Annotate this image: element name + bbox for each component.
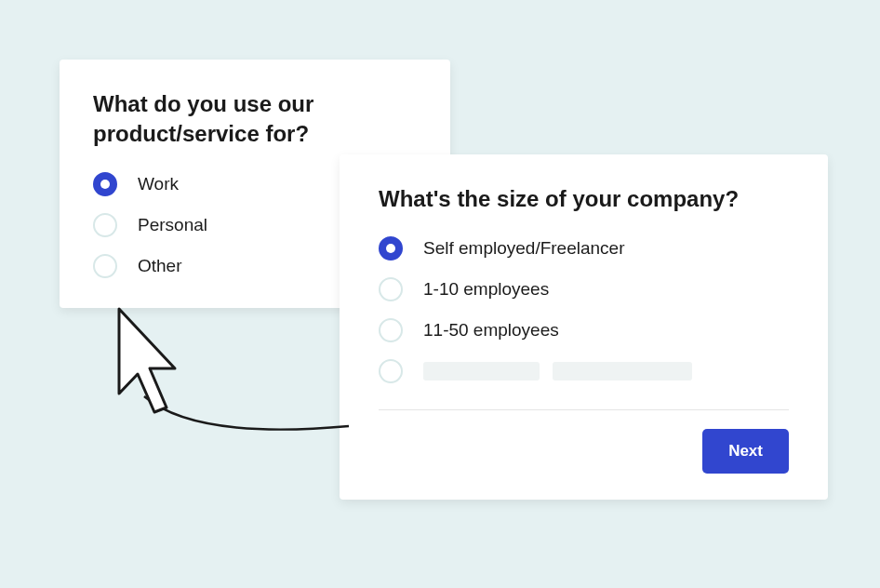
cursor-arrow-icon xyxy=(91,303,180,424)
radio-icon xyxy=(379,359,403,383)
option-label: 1-10 employees xyxy=(423,279,549,300)
option-label: Work xyxy=(138,174,179,194)
radio-icon xyxy=(379,236,403,261)
radio-icon xyxy=(93,254,117,278)
option-label: 11-50 employees xyxy=(423,320,559,341)
question-usage: What do you use our product/service for? xyxy=(93,89,417,150)
placeholder-bar xyxy=(553,362,692,381)
placeholder-bar xyxy=(423,362,540,381)
radio-icon xyxy=(93,213,117,237)
survey-card-company-size: What's the size of your company? Self em… xyxy=(340,154,828,500)
placeholder-bars xyxy=(423,362,692,381)
radio-icon xyxy=(93,172,117,196)
option-placeholder xyxy=(379,359,789,383)
divider xyxy=(379,409,789,410)
question-company-size: What's the size of your company? xyxy=(379,184,789,214)
option-label: Self employed/Freelancer xyxy=(423,238,625,259)
card-footer: Next xyxy=(379,429,789,474)
radio-icon xyxy=(379,318,403,342)
option-11-50[interactable]: 11-50 employees xyxy=(379,318,789,342)
option-label: Other xyxy=(138,256,182,276)
option-self-employed[interactable]: Self employed/Freelancer xyxy=(379,236,789,261)
option-label: Personal xyxy=(138,215,207,235)
options-list-company-size: Self employed/Freelancer 1-10 employees … xyxy=(379,236,789,383)
next-button[interactable]: Next xyxy=(702,429,789,474)
radio-icon xyxy=(379,277,403,301)
option-1-10[interactable]: 1-10 employees xyxy=(379,277,789,301)
